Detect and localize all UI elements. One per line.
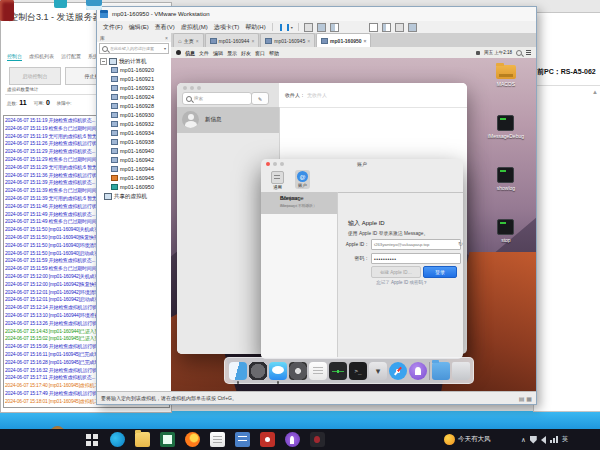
appleid-field[interactable]: t263ywnteyo@uukaapasp.top <box>371 239 461 250</box>
zoom-window-icon[interactable] <box>197 86 201 90</box>
taskbar-slot[interactable] <box>82 429 102 450</box>
imessagedebug-icon[interactable]: iMessageDebug <box>488 115 524 139</box>
vm-tree-item[interactable]: mp01-160920 <box>97 65 171 74</box>
vm-tree-item[interactable]: mp01-160938 <box>97 137 171 146</box>
tab-accounts[interactable]: @ 账户 <box>295 170 310 189</box>
vm-tree-item[interactable]: mp01-160950 <box>97 182 171 191</box>
hard-disk-icon[interactable]: ▤ <box>519 395 525 402</box>
menu-item[interactable]: 帮助 <box>269 50 279 56</box>
close-tab-icon[interactable]: × <box>251 38 254 44</box>
manage-snapshot-icon[interactable] <box>330 23 339 32</box>
fullscreen-icon[interactable] <box>395 23 404 32</box>
vm-tree-item[interactable]: mp01-160942 <box>97 155 171 164</box>
vm-tree-item[interactable]: mp01-160944 <box>97 164 171 173</box>
notification-center-icon[interactable] <box>526 50 531 55</box>
console-tab[interactable]: 虚拟机列表 <box>29 53 54 61</box>
close-window-icon[interactable] <box>183 86 187 90</box>
vm-guest-screen[interactable]: 信息文件编辑显示好友窗口帮助 周五 上午2:18 MACOS iMes <box>171 47 536 392</box>
messages-search[interactable]: 搜索 <box>182 92 252 105</box>
network-icon[interactable] <box>550 436 558 443</box>
to-field[interactable]: 无收件人 <box>307 92 327 98</box>
close-icon[interactable]: × <box>165 35 168 41</box>
taskbar-slot[interactable] <box>257 429 277 450</box>
file-explorer-icon[interactable] <box>135 432 150 447</box>
menu-item[interactable]: 查看(V) <box>152 23 178 32</box>
menu-item[interactable]: 选项卡(T) <box>211 23 243 32</box>
apple-menu-icon[interactable] <box>176 50 181 55</box>
menu-item[interactable]: 编辑(E) <box>126 23 152 32</box>
messages-toolbar[interactable]: 搜索 ✎ <box>177 83 279 108</box>
desktop-icon-teal-2[interactable] <box>86 0 102 10</box>
menu-item[interactable]: 信息 <box>185 50 195 56</box>
close-tab-icon[interactable]: × <box>307 38 310 44</box>
vmware-titlebar[interactable]: mp01-160950 - VMware Workstation <box>97 7 536 21</box>
search-input[interactable]: 搜索 <box>194 96 203 101</box>
menu-item[interactable]: 帮助(H) <box>242 23 268 32</box>
installer-icon[interactable]: ▾ <box>369 362 387 380</box>
taskbar-slot[interactable] <box>282 429 302 450</box>
recipient-bar[interactable]: 收件人： 无收件人 <box>279 83 467 108</box>
vm-tree-item[interactable]: mp01-160940 <box>97 146 171 155</box>
stop-icon[interactable]: stop <box>497 219 514 243</box>
messages-icon[interactable] <box>269 362 287 380</box>
macos-folder-icon[interactable]: MACOS <box>496 65 516 87</box>
login-button[interactable]: 登录 <box>423 266 457 278</box>
dock-divider[interactable] <box>429 362 430 380</box>
console-tab[interactable]: 控制台 <box>7 53 22 61</box>
ime-indicator[interactable]: 英 <box>562 435 569 444</box>
edge-icon[interactable] <box>110 432 125 447</box>
console-view-icon[interactable] <box>382 23 391 32</box>
system-preferences-icon[interactable] <box>289 362 307 380</box>
weather-widget[interactable]: 今天有大风 <box>444 429 491 450</box>
menu-item[interactable]: 文件(F) <box>100 23 126 32</box>
showlog-icon[interactable]: showlog <box>497 167 515 191</box>
close-tab-icon[interactable]: × <box>196 38 199 44</box>
security-shield-icon[interactable] <box>530 436 537 444</box>
taskbar-slot[interactable] <box>207 429 227 450</box>
chevron-down-icon[interactable]: ▾ <box>291 25 293 30</box>
minimize-window-icon[interactable] <box>190 86 194 90</box>
vm-tree-item[interactable]: mp01-160945 <box>97 173 171 182</box>
tree-root[interactable]: 我的计算机 <box>97 55 171 65</box>
chevron-down-icon[interactable]: ▾ <box>164 46 166 51</box>
vm-tab[interactable]: mp01-160944 × <box>205 33 260 47</box>
pause-vm-icon[interactable] <box>280 24 289 31</box>
safari-icon[interactable] <box>389 362 407 380</box>
close-tab-icon[interactable]: × <box>364 38 367 44</box>
menu-item[interactable]: 编辑 <box>213 50 223 56</box>
downloads-folder-icon[interactable] <box>432 362 450 380</box>
taskbar-slot[interactable] <box>182 429 202 450</box>
search-input[interactable]: 在此处键入内容进行搜索 <box>110 46 162 51</box>
purple-app-icon[interactable] <box>285 432 300 447</box>
scroll-up-icon[interactable]: ▲ <box>592 89 598 95</box>
menu-item[interactable]: 窗口 <box>255 50 265 56</box>
finder-icon[interactable] <box>229 362 247 380</box>
console-tab[interactable]: 运行配置 <box>61 53 81 61</box>
spotlight-icon[interactable] <box>516 50 522 56</box>
vm-tree-item[interactable]: mp01-160923 <box>97 83 171 92</box>
tab-general[interactable]: 通用 <box>269 170 286 191</box>
start-button[interactable] <box>85 432 100 447</box>
vm-tree-item[interactable]: mp01-160930 <box>97 110 171 119</box>
library-search[interactable]: 在此处键入内容进行搜索 ▾ <box>99 43 169 54</box>
taskbar-slot[interactable] <box>107 429 127 450</box>
menu-item[interactable]: 好友 <box>241 50 251 56</box>
forgot-appleid-link[interactable]: 忘记了 Apple ID 或密码？ <box>347 280 457 285</box>
purple-app-icon[interactable] <box>409 362 427 380</box>
activity-monitor-icon[interactable] <box>329 362 347 380</box>
password-field[interactable]: •••••••••• <box>371 253 461 264</box>
vm-tree-item[interactable]: mp01-160921 <box>97 74 171 83</box>
collapse-icon[interactable] <box>100 58 107 65</box>
conversation-item[interactable]: 新信息 <box>177 107 279 133</box>
network-adapter-icon[interactable]: ▦ <box>526 395 532 402</box>
launchpad-icon[interactable] <box>249 362 267 380</box>
menubar-clock[interactable]: 周五 上午2:18 <box>484 50 512 55</box>
menu-item[interactable]: 文件 <box>199 50 209 56</box>
snapshot-icon[interactable] <box>304 23 313 32</box>
trash-icon[interactable] <box>452 362 470 380</box>
vm-tree-item[interactable]: mp01-160934 <box>97 128 171 137</box>
taskbar-slot[interactable] <box>232 429 252 450</box>
red-app-icon[interactable] <box>260 432 275 447</box>
shared-vms-item[interactable]: 共享的虚拟机 <box>97 191 171 201</box>
menu-item[interactable]: 显示 <box>227 50 237 56</box>
